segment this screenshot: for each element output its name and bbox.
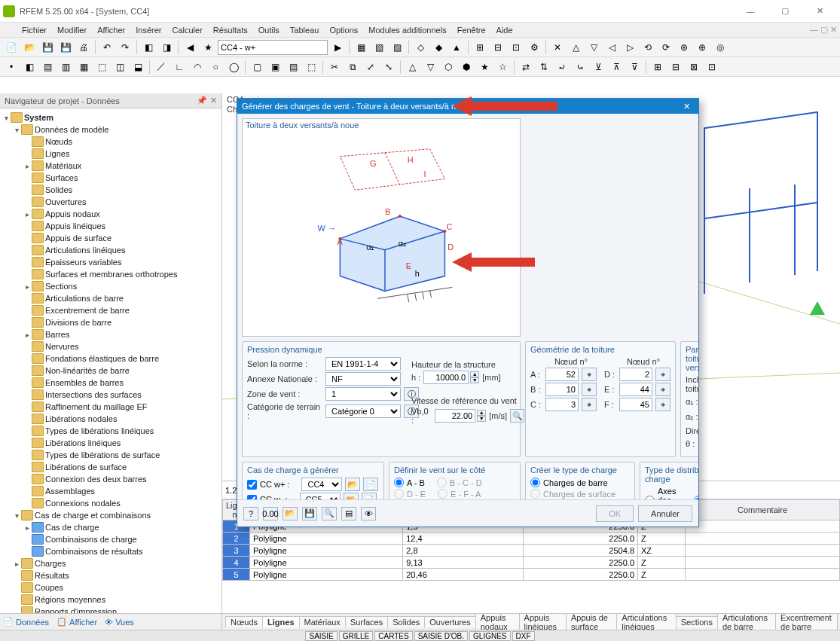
geom-c-input[interactable] bbox=[545, 398, 579, 411]
tree-item[interactable]: Rapports d'impression bbox=[2, 606, 220, 613]
loadcase-combo[interactable] bbox=[218, 40, 328, 55]
t2-41[interactable]: ⇅ bbox=[536, 59, 552, 75]
h-down-icon[interactable]: ▼ bbox=[470, 377, 479, 383]
t2-19[interactable]: ⧉ bbox=[344, 59, 361, 75]
t2-32[interactable]: ⬡ bbox=[440, 59, 457, 75]
new-icon[interactable]: 📄 bbox=[3, 39, 20, 56]
pick-d-icon[interactable]: ⌖ bbox=[655, 368, 670, 381]
dialog-titlebar[interactable]: Générer des charges de vent - Toiture à … bbox=[237, 99, 698, 114]
btn-m3[interactable]: ⊡ bbox=[508, 39, 524, 56]
undo-icon[interactable]: ↶ bbox=[99, 39, 115, 56]
tree-item[interactable]: Articulations linéiques bbox=[2, 244, 220, 256]
tree-item[interactable]: Résultats bbox=[2, 569, 220, 581]
tree-item[interactable]: Régions moyennes bbox=[2, 594, 220, 606]
cc-wp-open-icon[interactable]: 📂 bbox=[345, 478, 360, 491]
menu-options[interactable]: Options bbox=[324, 24, 363, 36]
t2-15[interactable]: ▣ bbox=[267, 59, 283, 75]
btn-prev[interactable]: ◀ bbox=[182, 39, 198, 56]
btn-c1[interactable]: ▦ bbox=[353, 39, 369, 56]
grid-tab[interactable]: Lignes bbox=[262, 616, 299, 627]
t2-20[interactable]: ⤢ bbox=[362, 59, 379, 75]
tree-item[interactable]: Connexion des deux barres bbox=[2, 473, 220, 485]
tree-item[interactable]: ▸Cas de charge bbox=[2, 521, 220, 533]
tree-item[interactable]: Libérations nodales bbox=[2, 413, 220, 425]
t2-31[interactable]: ▽ bbox=[422, 59, 438, 75]
grid-tab[interactable]: Solides bbox=[387, 616, 425, 627]
tree-item[interactable]: Connexions nodales bbox=[2, 497, 220, 509]
menu-résultats[interactable]: Résultats bbox=[208, 24, 253, 36]
radio-barre[interactable]: Charges de barre bbox=[530, 478, 608, 487]
tab-vues[interactable]: 👁 Vues bbox=[105, 618, 134, 627]
t2-33[interactable]: ⬢ bbox=[458, 59, 475, 75]
btn-m2[interactable]: ⊟ bbox=[490, 39, 506, 56]
list-icon[interactable]: ▤ bbox=[341, 507, 356, 520]
tree-item[interactable]: Non-linéarités de barre bbox=[2, 365, 220, 377]
menu-insérer[interactable]: Insérer bbox=[130, 24, 166, 36]
geom-d-input[interactable] bbox=[619, 368, 652, 381]
t2-9[interactable]: ／ bbox=[153, 59, 170, 75]
tree-item[interactable]: ▾Cas de charge et combinaisons bbox=[2, 509, 220, 521]
status-cell[interactable]: DXF bbox=[512, 631, 535, 641]
tree-item[interactable]: Combinaisons de charge bbox=[2, 533, 220, 545]
t2-12[interactable]: ○ bbox=[207, 59, 224, 75]
h-up-icon[interactable]: ▲ bbox=[470, 371, 479, 377]
dialog-close-icon[interactable]: ✕ bbox=[679, 102, 694, 111]
btn-x4[interactable]: ◁ bbox=[603, 39, 620, 56]
print-icon[interactable]: 🖨 bbox=[75, 39, 92, 56]
btn-x7[interactable]: ⟳ bbox=[658, 39, 674, 56]
t2-2[interactable]: ◧ bbox=[21, 59, 38, 75]
tree-item[interactable]: Ensembles de barres bbox=[2, 377, 220, 389]
cc-wp-check[interactable]: CC w+ : bbox=[247, 480, 289, 490]
menu-modifier[interactable]: Modifier bbox=[52, 24, 92, 36]
grid-tab[interactable]: Appuis de surface bbox=[566, 613, 617, 630]
t2-18[interactable]: ✂ bbox=[326, 59, 343, 75]
t2-35[interactable]: ☆ bbox=[494, 59, 511, 75]
t2-6[interactable]: ⬚ bbox=[93, 59, 110, 75]
cancel-button[interactable]: Annuler bbox=[638, 505, 692, 522]
zone-select[interactable]: 1 bbox=[325, 387, 401, 401]
geom-f-input[interactable] bbox=[619, 398, 652, 411]
btn-x10[interactable]: ◎ bbox=[712, 39, 729, 56]
menu-tableau[interactable]: Tableau bbox=[285, 24, 325, 36]
t2-45[interactable]: ⊼ bbox=[608, 59, 625, 75]
tree-item[interactable]: Assemblages bbox=[2, 485, 220, 497]
t2-44[interactable]: ⊻ bbox=[590, 59, 606, 75]
help-icon[interactable]: ? bbox=[243, 507, 258, 520]
annexe-select[interactable]: NF bbox=[325, 372, 401, 386]
pick-a-icon[interactable]: ⌖ bbox=[582, 368, 597, 381]
tree-item[interactable]: Lignes bbox=[2, 148, 220, 160]
btn-c6[interactable]: ▲ bbox=[448, 39, 465, 56]
status-cell[interactable]: SAISIE D'OB. bbox=[414, 631, 468, 641]
status-cell[interactable]: SAISIE bbox=[305, 631, 337, 641]
t2-50[interactable]: ⊞ bbox=[649, 59, 666, 75]
btn-c5[interactable]: ◆ bbox=[430, 39, 447, 56]
cat-select[interactable]: Catégorie 0 bbox=[325, 404, 401, 418]
grid-tab[interactable]: Articulations linéiques bbox=[616, 613, 677, 630]
t2-52[interactable]: ⊠ bbox=[686, 59, 702, 75]
btn-c2[interactable]: ▧ bbox=[371, 39, 387, 56]
grid-tab[interactable]: Sections bbox=[676, 616, 718, 627]
geom-e-input[interactable] bbox=[619, 383, 652, 396]
btn-c3[interactable]: ▨ bbox=[389, 39, 405, 56]
tree-item[interactable]: Solides bbox=[2, 184, 220, 196]
btn-x9[interactable]: ⊕ bbox=[694, 39, 710, 56]
t2-43[interactable]: ⤿ bbox=[572, 59, 588, 75]
open-icon[interactable]: 📂 bbox=[21, 39, 38, 56]
tree-item[interactable]: Ouvertures bbox=[2, 196, 220, 208]
btn-m4[interactable]: ⚙ bbox=[526, 39, 542, 56]
tree-item[interactable]: ▸Appuis nodaux bbox=[2, 208, 220, 220]
tab-afficher[interactable]: 📋 Afficher bbox=[57, 617, 97, 627]
t2-11[interactable]: ◠ bbox=[189, 59, 206, 75]
grid-tab[interactable]: Appuis nodaux bbox=[475, 613, 520, 630]
minimize-button[interactable]: — bbox=[733, 0, 768, 23]
btn-c4[interactable]: ◇ bbox=[412, 39, 429, 56]
zoom-icon[interactable]: 🔍 bbox=[322, 507, 337, 520]
t2-7[interactable]: ◫ bbox=[111, 59, 128, 75]
menu-fenêtre[interactable]: Fenêtre bbox=[452, 24, 491, 36]
t2-10[interactable]: ∟ bbox=[171, 59, 188, 75]
tree-item[interactable]: ▸Sections bbox=[2, 280, 220, 292]
t2-4[interactable]: ▥ bbox=[57, 59, 74, 75]
tree-item[interactable]: Surfaces bbox=[2, 172, 220, 184]
tree-item[interactable]: Excentrement de barre bbox=[2, 304, 220, 316]
grid-tab[interactable]: Surfaces bbox=[345, 616, 388, 627]
